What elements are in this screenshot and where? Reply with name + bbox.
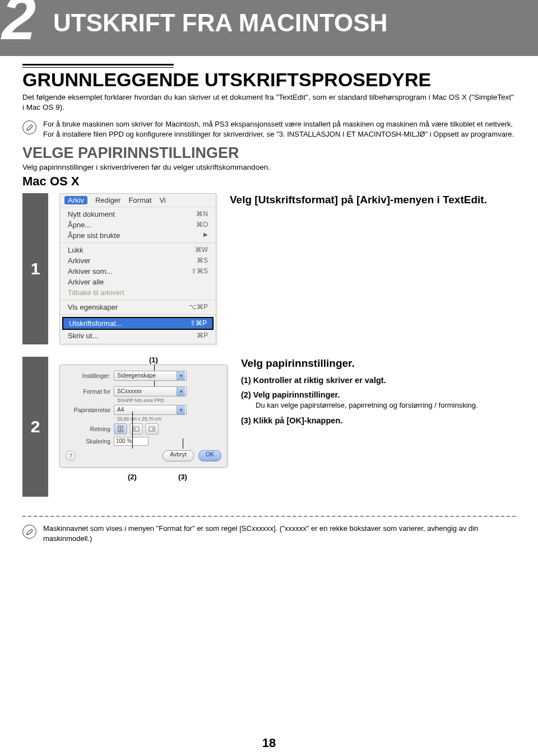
chapter-number: 2 bbox=[2, 0, 35, 53]
step-2-number: 2 bbox=[22, 357, 48, 497]
callout-1: (1) bbox=[149, 356, 158, 364]
cancel-button[interactable]: Avbryt bbox=[163, 450, 194, 461]
note-text: For å bruke maskinen som skriver for Mac… bbox=[43, 119, 516, 139]
menubar: Arkiv Rediger Format Vi bbox=[60, 194, 216, 207]
svg-point-1 bbox=[120, 427, 121, 428]
menu-vi[interactable]: Vi bbox=[160, 196, 166, 204]
dialog-screenshot: (1) Instillinger:Sideegenskape Format fo… bbox=[59, 357, 228, 468]
pencil-icon bbox=[22, 525, 36, 539]
svg-point-5 bbox=[152, 428, 154, 430]
label-format-for: Format for bbox=[66, 388, 114, 395]
chapter-title: UTSKRIFT FRA MACINTOSH bbox=[53, 9, 387, 37]
menu-rediger[interactable]: Rediger bbox=[95, 196, 121, 204]
ok-button[interactable]: OK bbox=[198, 450, 221, 461]
menu-item[interactable]: Vis egenskaper⌥⌘P bbox=[60, 302, 216, 312]
page-number: 18 bbox=[0, 736, 538, 750]
menu-item[interactable]: Skriv ut...⌘P bbox=[60, 330, 216, 341]
label-retning: Retning bbox=[66, 426, 114, 432]
callout-3: (3) bbox=[178, 473, 187, 481]
menu-screenshot: Arkiv Rediger Format Vi Nytt dokument⌘N … bbox=[59, 193, 216, 344]
note-2-text: Maskinnavnet som vises i menyen "Format … bbox=[43, 524, 516, 543]
label-skalering: Skalering bbox=[66, 438, 114, 445]
menu-format[interactable]: Format bbox=[128, 196, 151, 204]
step-2-item-2-body: Du kan velge papirstørrelse, papirretnin… bbox=[256, 400, 516, 410]
svg-rect-2 bbox=[133, 427, 139, 431]
orientation-portrait[interactable] bbox=[114, 423, 127, 435]
subsection-sub: Velg papirinnstillinger i skriverdrivere… bbox=[22, 163, 516, 171]
label-papirstorrelse: Papirstørrelse bbox=[66, 407, 114, 413]
menu-item[interactable]: Arkiver som...⇧⌘S bbox=[60, 266, 216, 277]
menu-item[interactable]: Nytt dokument⌘N bbox=[60, 209, 216, 220]
select-innstillinger[interactable]: Sideegenskape bbox=[114, 371, 187, 381]
step-2: 2 (1) Instillinger:Sideegenskape Format … bbox=[22, 357, 516, 497]
callout-line bbox=[132, 412, 133, 449]
menu-item-highlighted[interactable]: Utskriftsformat...⇧⌘P bbox=[62, 317, 214, 330]
note-block-2: Maskinnavnet som vises i menyen "Format … bbox=[22, 524, 516, 543]
pencil-icon bbox=[22, 120, 36, 134]
step-2-item-2: (2) Velg papirinnstillinger. bbox=[241, 390, 516, 399]
callout-2: (2) bbox=[128, 473, 137, 481]
help-button[interactable]: ? bbox=[66, 451, 76, 461]
note-block: For å bruke maskinen som skriver for Mac… bbox=[22, 119, 516, 139]
dashed-separator bbox=[22, 516, 516, 517]
menu-item[interactable]: Åpne...⌘O bbox=[60, 220, 216, 230]
step-1-number: 1 bbox=[22, 193, 48, 344]
menu-item[interactable]: Arkiver alle bbox=[60, 277, 216, 287]
step-2-item-1: (1) Kontroller at riktig skriver er valg… bbox=[241, 376, 516, 385]
orientation-landscape-right[interactable] bbox=[145, 423, 159, 435]
menu-item[interactable]: Åpne sist brukte▶ bbox=[60, 230, 216, 241]
svg-rect-4 bbox=[149, 427, 155, 431]
menu-arkiv[interactable]: Arkiv bbox=[64, 196, 87, 204]
label-innstillinger: Instillinger: bbox=[66, 372, 114, 379]
os-heading: Mac OS X bbox=[22, 174, 516, 189]
orientation-landscape-left[interactable] bbox=[129, 423, 143, 435]
input-skalering[interactable]: 100 % bbox=[114, 437, 149, 446]
step-1: 1 Arkiv Rediger Format Vi Nytt dokument⌘… bbox=[22, 193, 516, 344]
format-note: SHARP MX-xxxx PPD bbox=[117, 398, 221, 403]
menu-item-disabled: Tilbake til arkivert bbox=[60, 287, 216, 298]
section-title: GRUNNLEGGENDE UTSKRIFTSPROSEDYRE bbox=[22, 70, 516, 90]
chapter-header: 2 UTSKRIFT FRA MACINTOSH bbox=[0, 0, 538, 56]
step-2-item-3: (3) Klikk på [OK]-knappen. bbox=[241, 416, 516, 425]
subsection-title: VELGE PAPIRINNSTILLINGER bbox=[22, 144, 516, 162]
step-1-title: Velg [Utskriftsformat] på [Arkiv]-menyen… bbox=[230, 193, 516, 207]
select-format-for[interactable]: SCxxxxxx bbox=[114, 386, 187, 396]
menu-item[interactable]: Arkiver⌘S bbox=[60, 255, 216, 266]
callout-line bbox=[183, 438, 183, 449]
select-papirstorrelse[interactable]: A4 bbox=[114, 405, 187, 415]
menu-item[interactable]: Lukk⌘W bbox=[60, 245, 216, 255]
section-intro: Det følgende eksemplet forklarer hvordan… bbox=[22, 92, 516, 113]
section-rule bbox=[22, 64, 174, 68]
svg-point-3 bbox=[134, 428, 136, 430]
step-2-title: Velg papirinnstillinger. bbox=[241, 357, 516, 370]
